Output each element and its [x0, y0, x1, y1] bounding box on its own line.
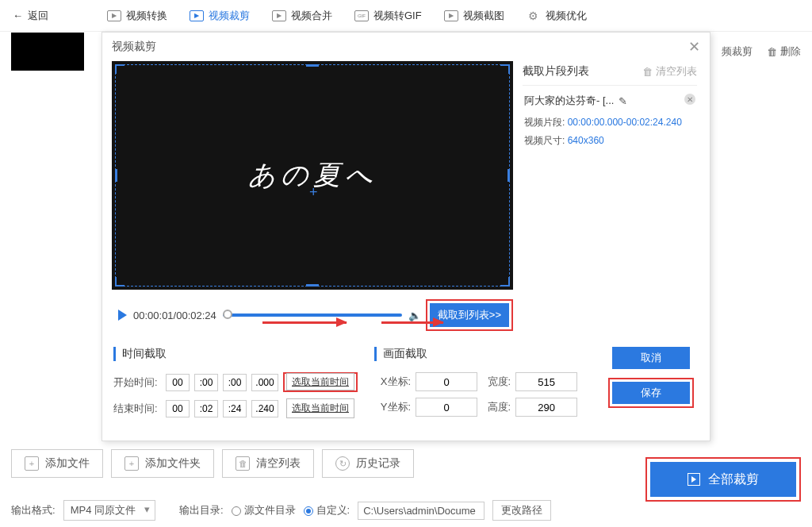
- tab-video-screenshot[interactable]: ▶ 视频截图: [436, 6, 512, 26]
- annotation-frame: 保存: [608, 378, 694, 408]
- end-time-label: 结束时间:: [113, 402, 161, 416]
- end-sec-input[interactable]: [223, 400, 247, 417]
- play-icon: ▶: [272, 10, 286, 21]
- annotation-arrow-icon: [262, 321, 347, 324]
- save-button[interactable]: 保存: [612, 382, 690, 404]
- w-label: 宽度:: [482, 375, 511, 389]
- radio-custom-dir[interactable]: 自定义:: [304, 503, 350, 517]
- crop-label[interactable]: 频裁剪: [722, 44, 753, 59]
- crop-handle-tl[interactable]: [115, 64, 124, 74]
- frame-section-title: 画面截取: [374, 347, 588, 361]
- start-sec-input[interactable]: [223, 374, 247, 391]
- add-folder-button[interactable]: + 添加文件夹: [111, 449, 214, 478]
- y-input[interactable]: [416, 398, 477, 417]
- folder-plus-icon: +: [124, 456, 139, 471]
- h-input[interactable]: [515, 398, 577, 417]
- clip-name: 阿大家的达芬奇- [...: [524, 94, 614, 108]
- playback-row: 00:00:01/00:02:24 🔈 截取到列表>>: [112, 299, 513, 331]
- y-label: Y坐标:: [374, 400, 411, 414]
- start-time-label: 开始时间:: [113, 375, 161, 390]
- play-icon: ▶: [444, 10, 458, 21]
- top-toolbar: ← 返回 ▶ 视频转换 ▶ 视频裁剪 ▶ 视频合并 GIF 视频转GIF ▶ 视…: [0, 0, 812, 32]
- tab-label: 视频截图: [463, 9, 504, 23]
- time-section-title: 时间截取: [113, 347, 358, 361]
- out-format-select[interactable]: MP4 同原文件: [63, 500, 155, 521]
- crop-handle-t[interactable]: [306, 64, 319, 67]
- pencil-icon[interactable]: ✎: [619, 95, 627, 107]
- crop-handle-br[interactable]: [500, 277, 510, 287]
- trash-icon: 🗑: [236, 456, 250, 471]
- out-format-label: 输出格式:: [11, 503, 56, 517]
- tab-label: 视频合并: [291, 9, 332, 23]
- crop-modal: 视频裁剪 ✕ + あの夏へ 00:00:01/00: [102, 32, 710, 441]
- segment-card[interactable]: 阿大家的达芬奇- [... ✎ ✕ 视频片段: 00:00:00.000-00:…: [523, 85, 697, 160]
- modal-title: 视频裁剪: [112, 40, 156, 54]
- tab-video-gif[interactable]: GIF 视频转GIF: [347, 6, 430, 26]
- play-icon: ▶: [190, 10, 204, 21]
- start-hour-input[interactable]: [166, 374, 190, 391]
- bottom-toolbar: + 添加文件 + 添加文件夹 🗑 清空列表 ↻ 历史记录: [11, 449, 414, 478]
- end-ms-input[interactable]: [251, 400, 278, 417]
- out-path-input[interactable]: C:\Users\admin\Docume: [358, 502, 485, 520]
- progress-slider[interactable]: [223, 314, 402, 317]
- time-display: 00:00:01/00:02:24: [133, 310, 216, 321]
- gif-icon: GIF: [354, 10, 369, 21]
- annotation-frame: 全部裁剪: [645, 457, 801, 502]
- remove-clip-button[interactable]: ✕: [684, 94, 695, 105]
- history-button[interactable]: ↻ 历史记录: [322, 449, 414, 478]
- crop-handle-l[interactable]: [115, 169, 117, 182]
- tab-label: 视频转换: [126, 9, 167, 23]
- cancel-button[interactable]: 取消: [612, 347, 690, 369]
- segment-size: 640x360: [568, 135, 604, 146]
- clear-list-button[interactable]: 🗑 清空列表: [642, 64, 697, 79]
- sliders-icon: ⚙: [527, 10, 541, 21]
- start-ms-input[interactable]: [251, 374, 278, 391]
- end-min-input[interactable]: [194, 400, 218, 417]
- tab-label: 视频裁剪: [209, 9, 250, 23]
- segment-list-title: 截取片段列表: [523, 64, 589, 79]
- back-label: 返回: [28, 9, 48, 23]
- tab-video-merge[interactable]: ▶ 视频合并: [264, 6, 340, 26]
- change-path-button[interactable]: 更改路径: [492, 500, 551, 521]
- tab-video-optimize[interactable]: ⚙ 视频优化: [519, 6, 595, 26]
- clear-list-button[interactable]: 🗑 清空列表: [222, 449, 314, 478]
- pick-current-start-button[interactable]: 选取当前时间: [286, 373, 354, 390]
- crop-all-button[interactable]: 全部裁剪: [650, 462, 796, 497]
- tab-video-convert[interactable]: ▶ 视频转换: [99, 6, 175, 26]
- h-label: 高度:: [482, 400, 511, 414]
- trash-icon[interactable]: 🗑 删除: [767, 44, 801, 59]
- play-button[interactable]: [118, 310, 127, 321]
- output-row: 输出格式: MP4 同原文件 输出目录: 源文件目录 自定义: C:\Users…: [11, 500, 551, 521]
- start-min-input[interactable]: [194, 374, 218, 391]
- crop-handle-b[interactable]: [306, 284, 319, 287]
- x-input[interactable]: [416, 372, 477, 391]
- file-plus-icon: +: [25, 456, 39, 471]
- w-input[interactable]: [515, 372, 577, 391]
- x-label: X坐标:: [374, 375, 411, 389]
- tab-video-crop[interactable]: ▶ 视频裁剪: [182, 6, 258, 26]
- annotation-arrow-icon: [381, 321, 443, 324]
- trash-icon: 🗑: [642, 66, 653, 78]
- speaker-icon[interactable]: 🔈: [408, 310, 419, 321]
- crop-handle-bl[interactable]: [115, 277, 124, 287]
- out-dir-label: 输出目录:: [179, 503, 224, 517]
- progress-thumb[interactable]: [223, 310, 232, 319]
- close-icon[interactable]: ✕: [688, 38, 700, 56]
- end-hour-input[interactable]: [166, 400, 190, 417]
- segment-range: 00:00:00.000-00:02:24.240: [568, 117, 682, 128]
- back-button[interactable]: ← 返回: [6, 6, 55, 26]
- tab-label: 视频转GIF: [373, 9, 422, 23]
- tab-label: 视频优化: [546, 9, 587, 23]
- crop-handle-r[interactable]: [508, 169, 510, 182]
- play-icon: [688, 473, 700, 486]
- play-icon: ▶: [107, 10, 121, 21]
- pick-current-end-button[interactable]: 选取当前时间: [286, 398, 354, 418]
- preview-overlay-text: あの夏へ: [248, 157, 377, 194]
- arrow-left-icon: ←: [13, 10, 23, 21]
- radio-source-dir[interactable]: 源文件目录: [232, 503, 296, 517]
- video-preview[interactable]: + あの夏へ: [112, 61, 513, 290]
- add-file-button[interactable]: + 添加文件: [11, 449, 103, 478]
- crop-handle-tr[interactable]: [500, 64, 510, 74]
- clock-icon: ↻: [335, 456, 350, 471]
- video-thumbnail[interactable]: [11, 33, 84, 71]
